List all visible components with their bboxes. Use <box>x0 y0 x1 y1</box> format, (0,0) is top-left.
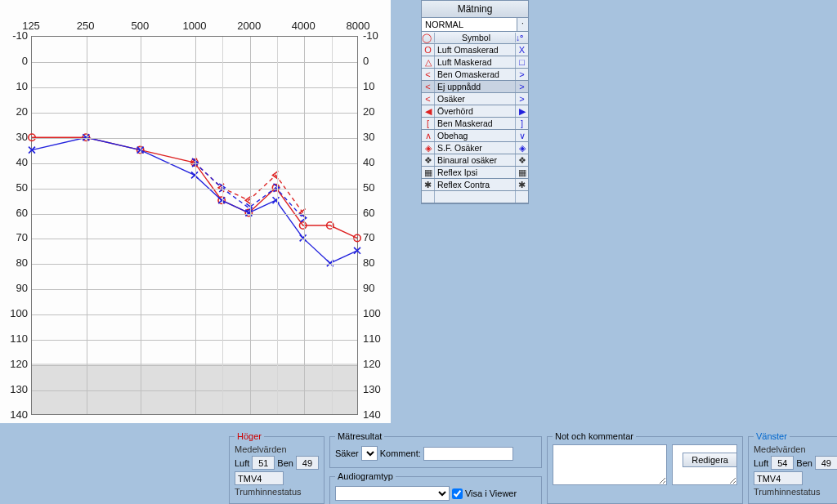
legend-row[interactable]: <Osäker> <box>422 93 528 105</box>
vanster-ben-label: Ben <box>796 458 812 468</box>
vanster-panel: Vänster Medelvärden Luft Ben Trumhinnest… <box>748 431 837 504</box>
vanster-tmv4[interactable] <box>754 471 803 485</box>
y-tick-left: 80 <box>3 256 28 269</box>
legend-left-icon: O <box>422 44 435 56</box>
y-tick-left: 100 <box>3 307 28 319</box>
y-tick-right: 70 <box>363 231 387 243</box>
legend-left-icon: ▦ <box>422 167 435 178</box>
x-tick: 500 <box>131 20 149 32</box>
y-tick-left: 90 <box>3 282 28 294</box>
y-tick-right: 10 <box>363 80 387 92</box>
komment-input[interactable] <box>423 447 513 461</box>
legend-row-label: Reflex Ipsi <box>435 167 515 177</box>
vanster-medel-label: Medelvärden <box>754 444 837 454</box>
audiogramtyp-panel: Audiogramtyp Visa i Viewer <box>329 471 542 504</box>
legend-row-label: Ej uppnådd <box>435 82 515 91</box>
legend-right-icon: ∨ <box>515 130 528 141</box>
legend-row[interactable]: ▦Reflex Ipsi▦ <box>422 167 528 179</box>
legend-right-icon: ✱ <box>515 179 528 190</box>
y-tick-left: 50 <box>3 181 28 194</box>
legend-left-icon: ◀ <box>422 105 435 117</box>
legend-row-label: S.F. Osäker <box>435 143 515 153</box>
visa-viewer-checkbox[interactable] <box>452 488 463 499</box>
legend-row-label: Luft Maskerad <box>435 57 515 67</box>
legend-row-label: Ben Maskerad <box>435 118 515 128</box>
legend-title: Mätning <box>422 1 528 18</box>
legend-right-icon: > <box>515 81 528 92</box>
legend-row[interactable]: OLuft OmaskeradX <box>422 44 528 56</box>
legend-row[interactable]: ∧Obehag∨ <box>422 130 528 142</box>
saker-select[interactable] <box>361 446 378 461</box>
y-tick-left: 120 <box>3 358 28 370</box>
legend-row[interactable]: ◀Överhörd▶ <box>422 105 528 118</box>
vanster-luft-value[interactable] <box>771 456 794 470</box>
hoger-medel-label: Medelvärden <box>235 444 319 454</box>
legend-leftcol-icon: ◯ <box>422 33 435 42</box>
legend-dropdown-icon[interactable]: · <box>517 18 528 31</box>
vanster-ben-value[interactable] <box>815 456 837 470</box>
legend-row[interactable]: ✱Reflex Contra✱ <box>422 179 528 191</box>
y-tick-right: 0 <box>363 55 387 67</box>
legend-row[interactable]: ❖Binaural osäker❖ <box>422 154 528 167</box>
x-tick: 1000 <box>183 20 207 32</box>
legend-row[interactable]: [Ben Maskerad] <box>422 118 528 130</box>
legend-row-label: Ben Omaskerad <box>435 69 515 79</box>
x-tick: 2000 <box>237 20 261 32</box>
legend-row-label: Osäker <box>435 94 515 104</box>
vanster-luft-label: Luft <box>754 458 768 468</box>
mid-column: Mätresultat Säker Komment: Audiogramtyp … <box>329 431 542 504</box>
note-text-1[interactable] <box>553 444 667 485</box>
y-tick-right: 120 <box>363 358 387 370</box>
y-tick-right: 130 <box>363 383 387 395</box>
redigera-button[interactable]: Redigera <box>683 453 737 467</box>
legend-subtitle: NORMAL <box>422 18 517 31</box>
saker-label: Säker <box>335 448 359 458</box>
hoger-ben-value[interactable] <box>296 456 319 470</box>
y-tick-left: 30 <box>3 131 28 143</box>
y-tick-left: 60 <box>3 207 28 219</box>
legend-left-icon: △ <box>422 56 435 68</box>
y-tick-left: 130 <box>3 383 28 395</box>
legend-row[interactable]: △Luft Maskerad□ <box>422 56 528 69</box>
x-tick: 125 <box>22 20 40 32</box>
y-tick-right: 140 <box>363 408 387 421</box>
hoger-tmv4[interactable] <box>235 471 284 485</box>
legend-row[interactable]: <Ej uppnådd> <box>422 81 528 93</box>
legend-right-icon: X <box>515 44 528 56</box>
legend-right-icon: > <box>515 69 528 80</box>
matresultat-title: Mätresultat <box>335 431 384 441</box>
legend-row[interactable]: <Ben Omaskerad> <box>422 69 528 81</box>
legend-row-label: Luft Omaskerad <box>435 45 515 55</box>
matresultat-panel: Mätresultat Säker Komment: <box>329 431 542 468</box>
y-tick-right: 50 <box>363 181 387 194</box>
y-tick-left: 40 <box>3 156 28 168</box>
legend-row-label: Reflex Contra <box>435 180 515 190</box>
vanster-trum-label: Trumhinnestatus <box>754 487 837 497</box>
audiogramtyp-select[interactable] <box>335 486 450 501</box>
legend-left-icon: < <box>422 93 435 105</box>
audiogram-panel: -10-100010102020303040405050606070708080… <box>0 0 391 423</box>
legend-row-empty <box>422 191 528 203</box>
y-tick-right: 40 <box>363 156 387 168</box>
y-tick-right: 60 <box>363 207 387 219</box>
legend-column-header: ◯ Symbol ↓ᵒ <box>422 32 528 44</box>
audiogramtyp-title: Audiogramtyp <box>335 471 396 481</box>
hoger-panel: Höger Medelvärden Luft Ben Trumhinnestat… <box>229 431 325 504</box>
y-tick-left: 10 <box>3 80 28 92</box>
legend-right-icon: ▦ <box>515 167 528 178</box>
legend-right-icon: ] <box>515 118 528 129</box>
y-tick-right: 20 <box>363 105 387 118</box>
legend-rightcol-icon: ↓ᵒ <box>515 33 528 42</box>
legend-left-icon: [ <box>422 118 435 129</box>
y-tick-right: 100 <box>363 307 387 319</box>
legend-left-icon: ∧ <box>422 130 435 141</box>
legend-right-icon: ❖ <box>515 154 528 166</box>
legend-left-icon: ❖ <box>422 154 435 166</box>
legend-right-icon: ▶ <box>515 105 528 117</box>
y-tick-left: 70 <box>3 231 28 243</box>
y-tick-left: 110 <box>3 332 28 345</box>
hoger-luft-value[interactable] <box>252 456 275 470</box>
note-title: Not och kommentar <box>553 431 636 441</box>
legend-row[interactable]: ◈S.F. Osäker◈ <box>422 142 528 154</box>
visa-viewer-label: Visa i Viewer <box>465 488 517 498</box>
